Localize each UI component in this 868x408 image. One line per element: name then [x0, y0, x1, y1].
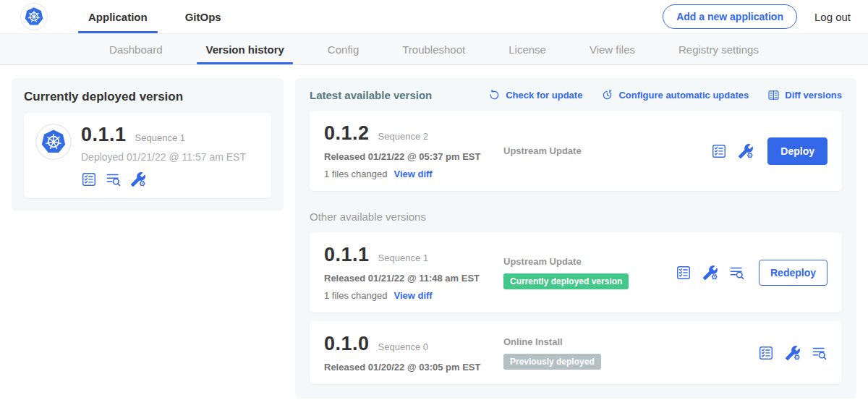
subnav-item-view-files[interactable]: View files — [568, 34, 657, 64]
header-tabs: ApplicationGitOps — [69, 0, 240, 33]
tab-application[interactable]: Application — [69, 0, 166, 33]
subnav-item-license[interactable]: License — [487, 34, 568, 64]
subnav: DashboardVersion historyConfigTroublesho… — [0, 33, 868, 65]
subnav-item-registry-settings[interactable]: Registry settings — [657, 34, 780, 64]
tab-gitops[interactable]: GitOps — [166, 0, 240, 33]
subnav-item-version-history[interactable]: Version history — [184, 34, 305, 64]
subnav-item-dashboard[interactable]: Dashboard — [88, 34, 184, 64]
subnav-item-config[interactable]: Config — [306, 34, 380, 64]
subnav-item-troubleshoot[interactable]: Troubleshoot — [380, 34, 487, 64]
